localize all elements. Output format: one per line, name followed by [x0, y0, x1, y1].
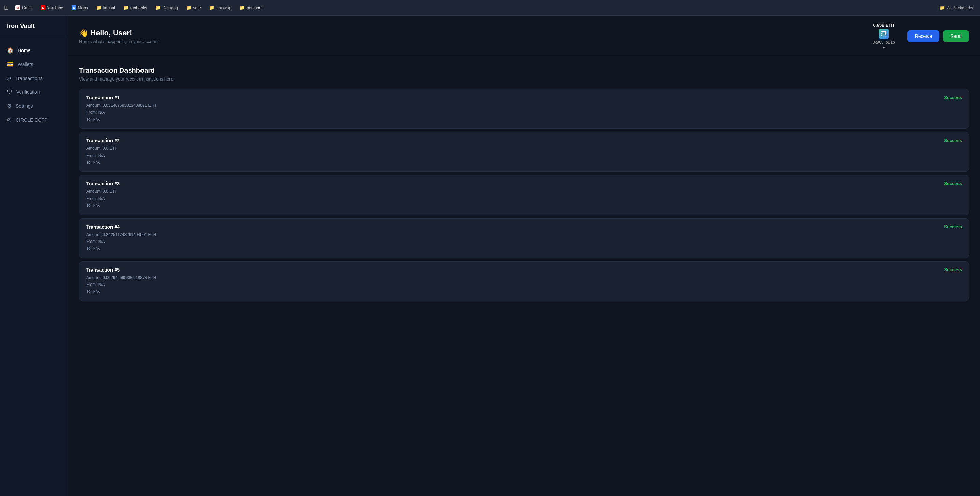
maps-favicon: ◆	[72, 5, 76, 10]
app-layout: Iron Vault 🏠 Home 💳 Wallets ⇄ Transactio…	[0, 16, 980, 496]
bookmark-uniswap[interactable]: 📁 uniswap	[205, 4, 235, 11]
transaction-info: Transaction #1 Amount: 0.031407583822408…	[86, 95, 156, 123]
transaction-detail: Amount: 0.242511748261404991 ETHFrom: N/…	[86, 231, 156, 252]
gmail-favicon: M	[15, 5, 20, 10]
bookmark-runbooks-label: runbooks	[130, 5, 147, 10]
all-bookmarks-label: All Bookmarks	[947, 5, 973, 10]
grid-icon[interactable]: ⊞	[4, 5, 8, 11]
transaction-detail: Amount: 0.031407583822408871 ETHFrom: N/…	[86, 102, 156, 123]
bookmark-runbooks[interactable]: 📁 runbooks	[120, 4, 150, 11]
bookmark-safe[interactable]: 📁 safe	[183, 4, 205, 11]
chevron-down-icon: ▾	[883, 46, 885, 50]
bookmark-liminal-label: liminal	[103, 5, 115, 10]
bookmark-liminal[interactable]: 📁 liminal	[93, 4, 118, 11]
greeting-title: 👋 Hello, User!	[79, 29, 866, 38]
transaction-status: Success	[944, 267, 962, 272]
all-bookmarks[interactable]: 📁 All Bookmarks	[937, 4, 976, 11]
bookmark-maps-label: Maps	[78, 5, 88, 10]
dashboard-title: Transaction Dashboard	[79, 67, 969, 74]
folder-icon: 📁	[96, 5, 102, 10]
bookmark-gmail[interactable]: M Gmail	[12, 4, 36, 11]
gear-icon: ⚙	[7, 103, 11, 109]
sidebar-item-verification[interactable]: 🛡 Verification	[0, 86, 68, 99]
send-button[interactable]: Send	[943, 30, 969, 42]
transaction-title: Transaction #3	[86, 181, 120, 186]
transaction-status: Success	[944, 95, 962, 100]
transaction-card[interactable]: Transaction #1 Amount: 0.031407583822408…	[79, 89, 969, 129]
folder-icon: 📁	[123, 5, 129, 10]
sidebar-item-verification-label: Verification	[16, 89, 40, 95]
transaction-info: Transaction #5 Amount: 0.007942595386918…	[86, 267, 156, 295]
header: 👋 Hello, User! Here's what's happening i…	[68, 16, 980, 57]
home-icon: 🏠	[7, 47, 14, 54]
avatar: 🖼	[879, 29, 889, 38]
transactions-icon: ⇄	[7, 75, 11, 81]
circle-icon: ◎	[7, 116, 11, 123]
sidebar-item-wallets[interactable]: 💳 Wallets	[0, 57, 68, 71]
bookmark-datadog-label: Datadog	[162, 5, 178, 10]
wallet-icon: 💳	[7, 61, 14, 67]
youtube-favicon: ▶	[41, 5, 45, 10]
transaction-status: Success	[944, 138, 962, 143]
shield-icon: 🛡	[7, 89, 12, 95]
transaction-detail: Amount: 0.0 ETHFrom: N/ATo: N/A	[86, 145, 120, 166]
main-content: 👋 Hello, User! Here's what's happening i…	[68, 16, 980, 496]
folder-icon: 📁	[239, 5, 245, 10]
sidebar-nav: 🏠 Home 💳 Wallets ⇄ Transactions 🛡 Verifi…	[0, 44, 68, 126]
transaction-detail: Amount: 0.0 ETHFrom: N/ATo: N/A	[86, 188, 120, 209]
transaction-title: Transaction #5	[86, 267, 156, 273]
sidebar-item-transactions-label: Transactions	[15, 76, 43, 81]
greeting-subtitle: Here's what's happening in your account	[79, 39, 866, 44]
header-actions: Receive Send	[907, 30, 969, 42]
sidebar: Iron Vault 🏠 Home 💳 Wallets ⇄ Transactio…	[0, 16, 68, 496]
bookmark-uniswap-label: uniswap	[216, 5, 231, 10]
receive-button[interactable]: Receive	[907, 30, 940, 42]
bookmark-youtube-label: YouTube	[47, 5, 63, 10]
sidebar-item-settings[interactable]: ⚙ Settings	[0, 99, 68, 113]
transaction-detail: Amount: 0.007942595386918874 ETHFrom: N/…	[86, 274, 156, 295]
sidebar-item-wallets-label: Wallets	[18, 62, 33, 67]
sidebar-item-circle-cctp-label: CIRCLE CCTP	[16, 117, 48, 123]
dashboard-subtitle: View and manage your recent transactions…	[79, 77, 969, 81]
transaction-list: Transaction #1 Amount: 0.031407583822408…	[79, 89, 969, 301]
sidebar-item-transactions[interactable]: ⇄ Transactions	[0, 72, 68, 85]
sidebar-logo: Iron Vault	[0, 22, 68, 38]
folder-icon: 📁	[209, 5, 215, 10]
transaction-card[interactable]: Transaction #3 Amount: 0.0 ETHFrom: N/AT…	[79, 175, 969, 215]
transaction-card[interactable]: Transaction #5 Amount: 0.007942595386918…	[79, 261, 969, 301]
sidebar-item-circle-cctp[interactable]: ◎ CIRCLE CCTP	[0, 113, 68, 126]
bookmark-maps[interactable]: ◆ Maps	[68, 4, 91, 11]
transaction-title: Transaction #4	[86, 224, 156, 230]
wallet-address: 0x9C...bE1b	[873, 40, 895, 45]
bookmarks-bar: M Gmail ▶ YouTube ◆ Maps 📁 liminal 📁 run…	[12, 4, 935, 11]
transaction-card[interactable]: Transaction #2 Amount: 0.0 ETHFrom: N/AT…	[79, 132, 969, 172]
bookmark-datadog[interactable]: 📁 Datadog	[152, 4, 181, 11]
bookmark-safe-label: safe	[193, 5, 201, 10]
sidebar-item-settings-label: Settings	[16, 104, 33, 109]
header-greeting: 👋 Hello, User! Here's what's happening i…	[79, 29, 866, 44]
bookmark-youtube[interactable]: ▶ YouTube	[37, 4, 67, 11]
transaction-info: Transaction #2 Amount: 0.0 ETHFrom: N/AT…	[86, 138, 120, 166]
folder-icon: 📁	[940, 5, 945, 10]
bookmark-gmail-label: Gmail	[22, 5, 32, 10]
transaction-status: Success	[944, 181, 962, 186]
wallet-balance: 0.658 ETH	[873, 22, 894, 28]
sidebar-item-home-label: Home	[18, 48, 30, 53]
wallet-info[interactable]: 0.658 ETH 🖼 0x9C...bE1b ▾	[873, 22, 895, 50]
sidebar-item-home[interactable]: 🏠 Home	[0, 44, 68, 57]
transaction-title: Transaction #1	[86, 95, 156, 100]
transaction-info: Transaction #3 Amount: 0.0 ETHFrom: N/AT…	[86, 181, 120, 209]
transaction-title: Transaction #2	[86, 138, 120, 143]
folder-icon: 📁	[155, 5, 161, 10]
bookmark-personal[interactable]: 📁 personal	[236, 4, 266, 11]
transaction-info: Transaction #4 Amount: 0.242511748261404…	[86, 224, 156, 252]
browser-chrome: ⊞ M Gmail ▶ YouTube ◆ Maps 📁 liminal 📁 r…	[0, 0, 980, 16]
bookmark-personal-label: personal	[247, 5, 262, 10]
transaction-status: Success	[944, 224, 962, 229]
dashboard: Transaction Dashboard View and manage yo…	[68, 57, 980, 496]
folder-icon: 📁	[186, 5, 192, 10]
transaction-card[interactable]: Transaction #4 Amount: 0.242511748261404…	[79, 218, 969, 258]
